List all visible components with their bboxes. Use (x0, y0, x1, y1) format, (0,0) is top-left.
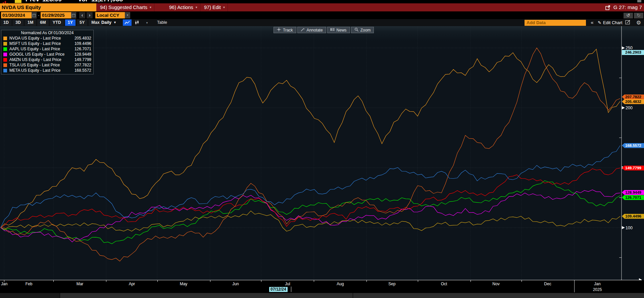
series-name: MSFT US Equity - Last Price (9, 41, 61, 46)
track-button[interactable]: Track (274, 27, 296, 33)
range-tab-1y[interactable]: 1Y (65, 19, 76, 26)
axis-price-tag: 207.7822 (622, 95, 644, 100)
chevron-left-icon[interactable]: ‹ (79, 12, 85, 18)
window-control-icon[interactable] (637, 0, 641, 2)
export-icon[interactable] (605, 5, 611, 10)
collapse-icon[interactable]: « (588, 19, 596, 26)
edit-chart-button[interactable]: ✎ Edit Chart (598, 19, 623, 26)
prev-value: 128.99 (42, 0, 62, 3)
chart-area[interactable]: 250200150100 TrackAnnotateNewsZoom Norma… (0, 26, 644, 280)
axis-price-tag: 149.7799 (622, 166, 644, 171)
chevron-down-icon[interactable]: ▾ (144, 19, 150, 26)
date-separator: - (38, 12, 39, 18)
menu-actions[interactable]: 96) Actions▾ (166, 3, 200, 11)
legend-item[interactable]: AMZN US Equity - Last Price149.7799 (1, 57, 93, 62)
vol-label: Vol (78, 0, 87, 3)
range-tab-1d[interactable]: 1D (1, 19, 11, 26)
vol-value: 11,277,938 (91, 0, 123, 3)
chart-controls-bar: 1D3D1M6MYTD1Y5YMax Daily ▼ ▾ Table Add D… (0, 19, 644, 26)
edit-chart-label: Edit Chart (603, 20, 623, 25)
chevron-down-icon: ▾ (150, 3, 151, 11)
axis-price-tag: 109.4496 (622, 214, 644, 219)
legend-item[interactable]: META US Equity - Last Price168.5572 (1, 68, 93, 73)
period-select[interactable]: Daily ▼ (101, 19, 116, 26)
year-separator (574, 280, 575, 292)
series-name: AMZN US Equity - Last Price (9, 57, 61, 62)
month-tick (106, 280, 106, 282)
gear-icon[interactable]: ⚙ (634, 19, 643, 26)
legend-item[interactable]: MSFT US Equity - Last Price109.4496 (1, 41, 93, 46)
series-line (1, 48, 620, 261)
legend-item[interactable]: TSLA US Equity - Last Price207.7822 (1, 62, 93, 68)
series-line (1, 168, 620, 228)
add-data-input[interactable]: Add Data (525, 20, 586, 26)
range-tab-1m[interactable]: 1M (25, 19, 36, 26)
range-tab-5y[interactable]: 5Y (77, 19, 87, 26)
chart-toolbar: TrackAnnotateNewsZoom (274, 27, 374, 33)
calendar-icon[interactable] (71, 12, 76, 18)
month-tick (210, 280, 210, 282)
series-name: GOOGL US Equity - Last Price (9, 52, 64, 57)
axis-price-tag: 205.4832 (622, 99, 644, 104)
price-chart[interactable]: 250200150100 (0, 26, 644, 280)
bottom-panel-strip (0, 293, 644, 298)
series-swatch (3, 58, 7, 62)
redo-icon[interactable]: ↻ (634, 13, 643, 18)
month-tick (470, 280, 471, 282)
month-label: May (180, 282, 188, 286)
bottom-panel-segment (60, 293, 353, 298)
range-tab-6m[interactable]: 6M (37, 19, 48, 26)
chart-title: G 27: mag 7 (613, 4, 642, 10)
date-from-input[interactable]: 01/30/2024 (1, 12, 34, 18)
series-value: 149.7799 (75, 57, 91, 62)
bloomberg-terminal-window: Prev 128.99 Vol 11,277,938 NVDA US Equit… (0, 0, 644, 298)
series-line (1, 190, 620, 242)
month-label: Jan (1, 282, 7, 286)
menu-label: 97) Edit (204, 3, 221, 11)
crosshair-icon (277, 27, 281, 33)
line-chart-type-button[interactable] (123, 19, 132, 26)
top-quote-strip: Prev 128.99 Vol 11,277,938 (0, 0, 644, 3)
legend-item[interactable]: AAPL US Equity - Last Price126.7071 (1, 46, 93, 52)
candlestick-chart-type-button[interactable] (133, 19, 141, 26)
range-tab-ytd[interactable]: YTD (50, 19, 64, 26)
series-swatch (3, 47, 7, 51)
month-label: Jan (594, 282, 600, 286)
alert-icon (15, 0, 21, 3)
menu-edit[interactable]: 97) Edit▾ (201, 3, 228, 11)
news-button[interactable]: News (327, 27, 350, 33)
month-label: Jul (285, 282, 290, 286)
period-label: Daily (101, 19, 111, 26)
series-swatch (3, 69, 7, 72)
table-button[interactable]: Table (154, 19, 170, 26)
series-value: 126.7071 (75, 47, 91, 51)
chart-settings-button[interactable] (625, 19, 632, 26)
annotate-button[interactable]: Annotate (297, 27, 326, 33)
calendar-icon[interactable] (32, 12, 37, 18)
range-tab-3d[interactable]: 3D (13, 19, 23, 26)
series-value: 128.9449 (75, 52, 91, 57)
menu-label: 96) Actions (169, 3, 193, 11)
menu-suggested-charts[interactable]: 94) Suggested Charts▾ (97, 3, 154, 11)
magnifier-icon (354, 27, 358, 33)
series-value: 205.4832 (75, 36, 91, 41)
series-line (1, 145, 620, 228)
security-input[interactable]: NVDA US Equity (0, 3, 96, 11)
bottom-panel-segment (0, 293, 60, 298)
zoom-button[interactable]: Zoom (351, 27, 374, 33)
legend-item[interactable]: NVDA US Equity - Last Price205.4832 (1, 36, 93, 41)
legend-item[interactable]: GOOGL US Equity - Last Price128.9449 (1, 52, 93, 57)
range-tab-max[interactable]: Max (89, 19, 102, 26)
date-to-input[interactable]: 01/29/2025 (41, 12, 73, 18)
currency-select[interactable]: Local CCY (95, 12, 127, 18)
month-label: Nov (492, 282, 499, 286)
x-axis-labels: JanFebMarAprMayJunJulAugSepOctNovDecJan2… (0, 280, 644, 293)
chevron-right-icon[interactable]: › (87, 12, 93, 18)
month-label: Jun (232, 282, 239, 286)
series-name: NVDA US Equity - Last Price (9, 36, 61, 41)
undo-icon[interactable]: ↺ (624, 13, 633, 18)
pencil-icon: ✎ (598, 20, 601, 25)
chevron-down-icon[interactable]: ▾ (125, 12, 130, 18)
series-line (1, 211, 620, 231)
chart-legend[interactable]: Normalized As Of 01/30/2024 NVDA US Equi… (1, 30, 94, 74)
